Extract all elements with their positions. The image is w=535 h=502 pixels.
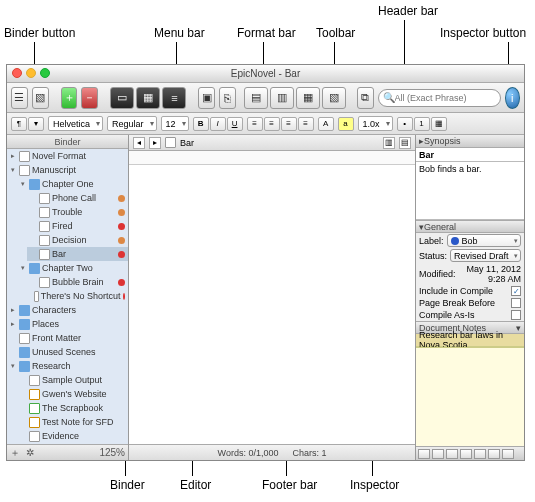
binder-item[interactable]: Bubble Brain: [27, 275, 128, 289]
align-justify-button[interactable]: ≡: [298, 117, 314, 131]
binder-item[interactable]: Test Note for SFD: [17, 415, 128, 429]
binder-item[interactable]: ▾Manuscript: [7, 163, 128, 177]
binder-item[interactable]: Unused Scenes: [7, 345, 128, 359]
label-select[interactable]: Bob: [447, 234, 521, 247]
general-header[interactable]: ▾ General: [416, 220, 524, 233]
synopsis-header[interactable]: ▸ Synopsis: [416, 135, 524, 148]
status-select[interactable]: Revised Draft: [450, 249, 521, 262]
synopsis-title[interactable]: Bar: [416, 148, 524, 162]
search-field[interactable]: 🔍: [378, 89, 501, 107]
doc-notes-text[interactable]: Research bar laws in Nova Scotia.: [416, 334, 524, 347]
split-h-button[interactable]: ▥: [383, 137, 395, 149]
binder-item[interactable]: Decision: [27, 233, 128, 247]
align-left-button[interactable]: ≡: [247, 117, 263, 131]
nav-forward-button[interactable]: ▸: [149, 137, 161, 149]
binder-item[interactable]: The Scrapbook: [17, 401, 128, 415]
binder-item[interactable]: ▾Chapter Two: [17, 261, 128, 275]
group-d-button[interactable]: ▧: [322, 87, 346, 109]
binder-item[interactable]: ▾Chapter One: [17, 177, 128, 191]
table-button[interactable]: ▦: [431, 117, 447, 131]
text-color-button[interactable]: A: [318, 117, 334, 131]
binder-item[interactable]: Gwen's Website: [17, 387, 128, 401]
insp-tab-2[interactable]: [432, 449, 444, 459]
binder-item[interactable]: ▸Novel Format: [7, 149, 128, 163]
binder-item[interactable]: Bar: [27, 247, 128, 261]
align-right-button[interactable]: ≡: [281, 117, 297, 131]
group-c-button[interactable]: ▦: [296, 87, 320, 109]
font-size-select[interactable]: 12: [161, 116, 189, 131]
binder-item[interactable]: Trouble: [27, 205, 128, 219]
italic-button[interactable]: I: [210, 117, 226, 131]
list-bullet-button[interactable]: •: [397, 117, 413, 131]
delete-button[interactable]: －: [81, 87, 98, 109]
binder-menu-icon[interactable]: ✲: [26, 447, 34, 458]
view-mode-outline[interactable]: ≡: [162, 87, 186, 109]
disclosure-icon[interactable]: ▾: [9, 166, 17, 174]
binder-item[interactable]: Evidence: [17, 429, 128, 443]
zoom-icon[interactable]: [40, 68, 50, 78]
compose-button[interactable]: ▣: [198, 87, 215, 109]
add-button[interactable]: ＋: [61, 87, 78, 109]
editor-ruler[interactable]: [129, 151, 415, 165]
inspector-button[interactable]: i: [505, 87, 520, 109]
binder-item[interactable]: Sample Output: [17, 373, 128, 387]
binder-item[interactable]: Front Matter: [7, 331, 128, 345]
disclosure-icon[interactable]: ▾: [19, 180, 27, 188]
doc-notes-area[interactable]: [416, 347, 524, 446]
insp-tab-3[interactable]: [446, 449, 458, 459]
binder-item[interactable]: There's No Shortcut: [27, 289, 128, 303]
callout-editor: Editor: [180, 478, 211, 492]
insp-tab-4[interactable]: [460, 449, 472, 459]
preset-button[interactable]: ¶: [11, 117, 27, 131]
search-input[interactable]: [395, 93, 496, 103]
binder-item[interactable]: ▸Places: [7, 317, 128, 331]
preset-menu[interactable]: ▾: [28, 117, 44, 131]
binder-item[interactable]: ▸Characters: [7, 303, 128, 317]
disclosure-icon[interactable]: ▾: [19, 264, 27, 272]
insp-tab-5[interactable]: [474, 449, 486, 459]
disclosure-icon[interactable]: ▸: [9, 320, 17, 328]
bold-button[interactable]: B: [193, 117, 209, 131]
doc-icon: [39, 221, 50, 232]
group-b-button[interactable]: ▥: [270, 87, 294, 109]
disclosure-icon[interactable]: ▸: [9, 152, 17, 160]
align-center-button[interactable]: ≡: [264, 117, 280, 131]
binder-item[interactable]: Phone Call: [27, 191, 128, 205]
quickref-button[interactable]: ⧉: [357, 87, 374, 109]
font-style-select[interactable]: Regular: [107, 116, 157, 131]
insp-tab-1[interactable]: [418, 449, 430, 459]
synopsis-text[interactable]: Bob finds a bar.: [416, 162, 524, 220]
list-number-button[interactable]: 1: [414, 117, 430, 131]
view-mode-document[interactable]: ▭: [110, 87, 134, 109]
highlight-button[interactable]: a: [338, 117, 354, 131]
font-select[interactable]: Helvetica: [48, 116, 103, 131]
minimize-icon[interactable]: [26, 68, 36, 78]
close-icon[interactable]: [12, 68, 22, 78]
insp-tab-6[interactable]: [488, 449, 500, 459]
pagebreak-checkbox[interactable]: [511, 298, 521, 308]
binder-tree[interactable]: ▸Novel Format▾Manuscript▾Chapter OnePhon…: [7, 149, 128, 444]
compile-asis-checkbox[interactable]: [511, 310, 521, 320]
editor-panel: ◂ ▸ Bar ▥ ▤ Words: 0/1,000 Chars: 1: [129, 135, 416, 460]
zoom-level[interactable]: 125%: [99, 447, 125, 458]
group-a-button[interactable]: ▤: [244, 87, 268, 109]
insp-tab-7[interactable]: [502, 449, 514, 459]
nav-back-button[interactable]: ◂: [133, 137, 145, 149]
editor-body[interactable]: [129, 165, 415, 444]
underline-button[interactable]: U: [227, 117, 243, 131]
binder-item-label: Novel Format: [32, 151, 86, 161]
linespacing-select[interactable]: 1.0x: [358, 116, 393, 131]
split-v-button[interactable]: ▤: [399, 137, 411, 149]
add-doc-icon[interactable]: ＋: [10, 446, 20, 460]
view-mode-corkboard[interactable]: ▦: [136, 87, 160, 109]
compile-button[interactable]: ⎘: [219, 87, 236, 109]
disclosure-icon[interactable]: ▾: [9, 362, 17, 370]
binder-item[interactable]: Fired: [27, 219, 128, 233]
binder-item[interactable]: ▾Research: [7, 359, 128, 373]
disclosure-icon[interactable]: ▸: [9, 306, 17, 314]
binder-header: Binder: [7, 135, 128, 149]
binder-button[interactable]: ☰: [11, 87, 28, 109]
status-dot-icon: [118, 195, 125, 202]
include-compile-checkbox[interactable]: ✓: [511, 286, 521, 296]
collections-button[interactable]: ▧: [32, 87, 49, 109]
